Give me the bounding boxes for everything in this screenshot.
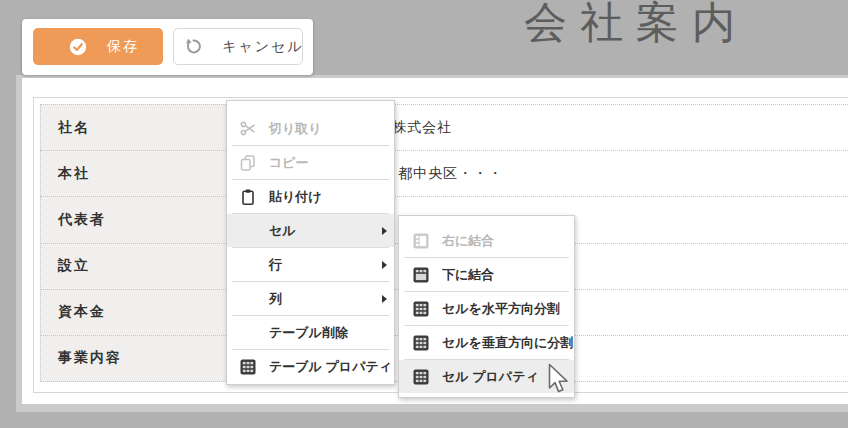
row-header: 代表者 — [40, 211, 240, 229]
menu-item-cut[interactable]: 切り取り — [227, 112, 394, 145]
table-properties-icon — [239, 359, 257, 375]
menu-item-cell[interactable]: セル — [227, 214, 394, 247]
table-cell-properties-icon — [412, 369, 429, 385]
table-merge-down-icon — [412, 267, 429, 283]
menu-item-split-cell-horizontal[interactable]: セルを水平方向分割 — [399, 292, 574, 325]
table-split-vertical-icon — [412, 335, 429, 351]
copy-icon — [239, 155, 257, 171]
check-circle-icon — [69, 38, 87, 56]
menu-item-label: 列 — [269, 290, 282, 308]
menu-item-copy[interactable]: コピー — [227, 146, 394, 179]
menu-item-merge-right[interactable]: 右に結合 — [399, 224, 574, 257]
table-row[interactable]: 本社 都中央区・・・ — [40, 151, 848, 197]
cancel-button[interactable]: キャンセル — [173, 28, 303, 65]
menu-item-split-cell-vertical[interactable]: セルを垂直方向に分割 — [399, 326, 574, 359]
menu-item-label: セルを水平方向分割 — [442, 300, 560, 318]
menu-item-label: 下に結合 — [442, 266, 494, 284]
editor-screen: 会社案内 社名 株式会社 本社 都中央区・・・ 代表者 設立 資本金 — [0, 0, 848, 428]
undo-icon — [184, 38, 202, 55]
row-header: 本社 — [40, 165, 240, 183]
menu-item-row[interactable]: 行 — [227, 248, 394, 281]
table-row[interactable]: 社名 株式会社 — [40, 105, 848, 151]
menu-item-label: 行 — [269, 256, 282, 274]
menu-item-label: セル — [269, 222, 296, 240]
menu-item-label: 切り取り — [269, 120, 322, 138]
row-header: 事業内容 — [40, 349, 240, 367]
cancel-button-label: キャンセル — [222, 38, 304, 56]
row-header: 社名 — [40, 119, 240, 137]
row-content: 株式会社 — [392, 119, 452, 137]
save-button[interactable]: 保存 — [33, 28, 163, 65]
submenu-arrow-icon — [382, 261, 387, 269]
menu-item-paste[interactable]: 貼り付け — [227, 180, 394, 213]
menu-item-label: 右に結合 — [442, 232, 494, 250]
menu-item-merge-down[interactable]: 下に結合 — [399, 258, 574, 291]
scissors-icon — [239, 120, 257, 137]
menu-item-label: コピー — [269, 154, 309, 172]
menu-item-delete-table[interactable]: テーブル削除 — [227, 316, 394, 349]
menu-item-label: テーブル プロパティ — [269, 358, 392, 376]
page-title: 会社案内 — [524, 0, 748, 52]
menu-item-column[interactable]: 列 — [227, 282, 394, 315]
mouse-cursor-icon — [548, 363, 571, 400]
submenu-arrow-icon — [382, 227, 387, 235]
save-button-label: 保存 — [107, 38, 139, 56]
floating-toolbar: 保存 キャンセル — [22, 19, 313, 75]
row-header: 設立 — [40, 257, 240, 275]
row-header: 資本金 — [40, 303, 240, 321]
menu-item-label: 貼り付け — [269, 188, 322, 206]
row-content: 都中央区・・・ — [398, 165, 503, 183]
table-context-menu: 切り取り コピー 貼り付け セル 行 — [226, 100, 395, 385]
table-split-horizontal-icon — [412, 301, 429, 317]
table-merge-right-icon — [412, 233, 429, 249]
menu-item-label: テーブル削除 — [269, 324, 348, 342]
menu-item-label: セルを垂直方向に分割 — [442, 334, 573, 352]
menu-item-table-properties[interactable]: テーブル プロパティ — [227, 350, 394, 383]
menu-item-label: セル プロパティ — [442, 368, 539, 386]
submenu-arrow-icon — [382, 295, 387, 303]
paste-icon — [239, 189, 257, 205]
